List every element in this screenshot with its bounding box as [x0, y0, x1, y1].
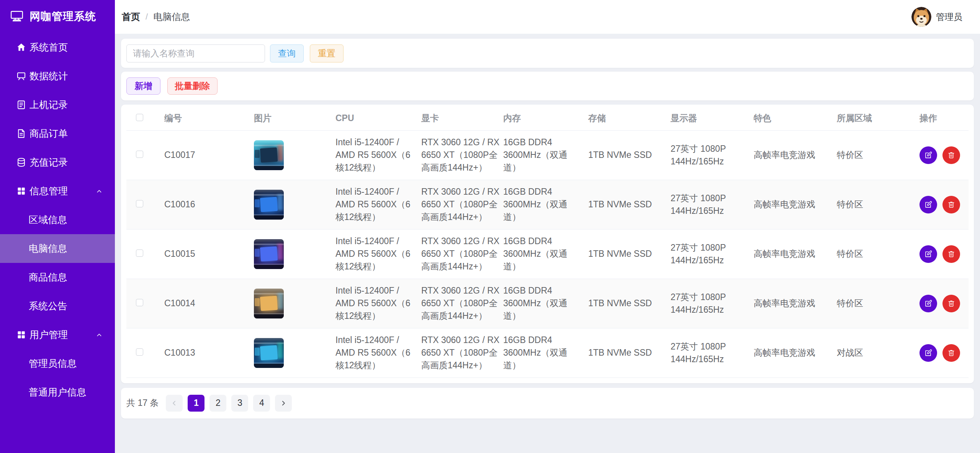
column-header: 特色: [754, 106, 837, 130]
table-header-row: 编号图片CPU显卡内存存储显示器特色所属区域操作: [126, 106, 969, 130]
cell-monitor: 27英寸 1080P 144Hz/165Hz: [671, 130, 754, 180]
pager-buttons: 1234: [166, 395, 292, 412]
sidebar-item-2[interactable]: 上机记录: [0, 90, 115, 119]
select-all-checkbox[interactable]: [136, 114, 143, 121]
cell-ram: 16GB DDR4 3600MHz（双通 道）: [503, 229, 588, 279]
computers-table-card: 编号图片CPU显卡内存存储显示器特色所属区域操作 C10017Intel i5-…: [121, 105, 974, 383]
sidebar-item-label: 数据统计: [29, 70, 68, 82]
prev-page-button[interactable]: [166, 395, 183, 412]
search-panel: 查询 重置: [121, 39, 974, 68]
select-all-header: [126, 106, 164, 130]
edit-button[interactable]: [919, 146, 937, 164]
avatar[interactable]: [911, 7, 931, 27]
sidebar-subitem[interactable]: 普通用户信息: [0, 378, 115, 407]
row-checkbox[interactable]: [136, 249, 143, 257]
table-row: C10016Intel i5-12400F / AMD R5 5600X（6 核…: [126, 180, 969, 229]
row-checkbox[interactable]: [136, 348, 143, 356]
page-button-1[interactable]: 1: [188, 395, 205, 412]
table-body: C10017Intel i5-12400F / AMD R5 5600X（6 核…: [126, 130, 969, 378]
content: 查询 重置 新增 批量删除 编号图片CPU显卡内存存储显示器特色所属区域操作 C…: [115, 34, 980, 453]
cell-ram: 16GB DDR4 3600MHz（双通 道）: [503, 279, 588, 328]
reset-button[interactable]: 重置: [310, 44, 344, 62]
cell-cpu: Intel i5-12400F / AMD R5 5600X（6 核12线程）: [335, 328, 421, 378]
page-button-4[interactable]: 4: [253, 395, 270, 412]
cell-gpu: RTX 3060 12G / RX 6650 XT（1080P全 高画质144H…: [421, 279, 503, 328]
edit-button[interactable]: [919, 295, 937, 312]
sidebar-subitem[interactable]: 区域信息: [0, 205, 115, 234]
column-header: 显示器: [671, 106, 754, 130]
sidebar-subitem[interactable]: 管理员信息: [0, 349, 115, 378]
breadcrumb-separator: /: [146, 12, 148, 22]
table-row: C10017Intel i5-12400F / AMD R5 5600X（6 核…: [126, 130, 969, 180]
sidebar-item-1[interactable]: 数据统计: [0, 62, 115, 90]
next-page-button[interactable]: [275, 395, 292, 412]
column-header: CPU: [335, 106, 421, 130]
page-button-3[interactable]: 3: [231, 395, 248, 412]
edit-button[interactable]: [919, 245, 937, 263]
delete-button[interactable]: [942, 146, 960, 164]
cell-storage: 1TB NVMe SSD: [588, 279, 671, 328]
sidebar-nav: 系统首页数据统计上机记录商品订单充值记录信息管理区域信息电脑信息商品信息系统公告…: [0, 33, 115, 407]
sidebar-item-label: 系统首页: [29, 41, 68, 54]
pagination: 共 17 条 1234: [121, 388, 974, 419]
cell-zone: 特价区: [837, 130, 919, 180]
sidebar-item-5[interactable]: 信息管理: [0, 177, 115, 205]
row-checkbox[interactable]: [136, 200, 143, 207]
computer-photo: [254, 338, 284, 368]
cell-zone: 特价区: [837, 180, 919, 229]
page-button-2[interactable]: 2: [209, 395, 226, 412]
sidebar-item-label: 上机记录: [29, 98, 68, 111]
cell-cpu: Intel i5-12400F / AMD R5 5600X（6 核12线程）: [335, 279, 421, 328]
column-header: 存储: [588, 106, 671, 130]
computer-photo: [254, 289, 284, 318]
sidebar-item-label: 用户管理: [29, 328, 68, 341]
sidebar-item-6[interactable]: 用户管理: [0, 320, 115, 349]
delete-button[interactable]: [942, 295, 960, 312]
column-header: 操作: [919, 106, 969, 130]
app-logo: 网咖管理系统: [0, 0, 115, 33]
cell-storage: 1TB NVMe SSD: [588, 229, 671, 279]
column-header: 图片: [254, 106, 335, 130]
user-menu[interactable]: 管理员: [911, 7, 962, 27]
sidebar-item-label: 商品订单: [29, 127, 68, 140]
column-header: 显卡: [421, 106, 503, 130]
sidebar-item-3[interactable]: 商品订单: [0, 119, 115, 148]
edit-button[interactable]: [919, 196, 937, 213]
computer-photo: [254, 190, 284, 220]
main-area: 首页 / 电脑信息 管理员 查询 重置 新增 批量删除 编号图片CPU: [115, 0, 980, 453]
sidebar-subitem-label: 商品信息: [29, 271, 67, 284]
cell-ram: 16GB DDR4 3600MHz（双通 道）: [503, 180, 588, 229]
sidebar-subitem[interactable]: 商品信息: [0, 263, 115, 292]
sidebar-subitem[interactable]: 系统公告: [0, 292, 115, 320]
breadcrumb: 首页 / 电脑信息: [122, 11, 190, 23]
column-header: 编号: [164, 106, 254, 130]
sidebar: 网咖管理系统 系统首页数据统计上机记录商品订单充值记录信息管理区域信息电脑信息商…: [0, 0, 115, 453]
sidebar-item-4[interactable]: 充值记录: [0, 148, 115, 177]
cell-monitor: 27英寸 1080P 144Hz/165Hz: [671, 279, 754, 328]
query-button[interactable]: 查询: [270, 44, 304, 62]
sidebar-subitem-label: 普通用户信息: [29, 386, 86, 399]
cell-gpu: RTX 3060 12G / RX 6650 XT（1080P全 高画质144H…: [421, 328, 503, 378]
breadcrumb-home[interactable]: 首页: [122, 11, 140, 23]
search-input[interactable]: [126, 44, 265, 62]
cell-id: C10014: [164, 279, 254, 328]
sidebar-item-label: 信息管理: [29, 185, 68, 197]
delete-button[interactable]: [942, 245, 960, 263]
cell-zone: 特价区: [837, 229, 919, 279]
row-checkbox[interactable]: [136, 151, 143, 158]
edit-button[interactable]: [919, 344, 937, 362]
sidebar-item-0[interactable]: 系统首页: [0, 33, 115, 62]
sidebar-subitem[interactable]: 电脑信息: [0, 234, 115, 263]
cell-zone: 对战区: [837, 328, 919, 378]
row-checkbox[interactable]: [136, 299, 143, 306]
cell-id: C10016: [164, 180, 254, 229]
computer-photo: [254, 239, 284, 269]
cell-storage: 1TB NVMe SSD: [588, 130, 671, 180]
delete-button[interactable]: [942, 344, 960, 362]
column-header: 内存: [503, 106, 588, 130]
add-button[interactable]: 新增: [126, 77, 160, 95]
delete-button[interactable]: [942, 196, 960, 213]
batch-delete-button[interactable]: 批量删除: [167, 77, 218, 95]
cell-id: C10015: [164, 229, 254, 279]
cell-zone: 特价区: [837, 279, 919, 328]
